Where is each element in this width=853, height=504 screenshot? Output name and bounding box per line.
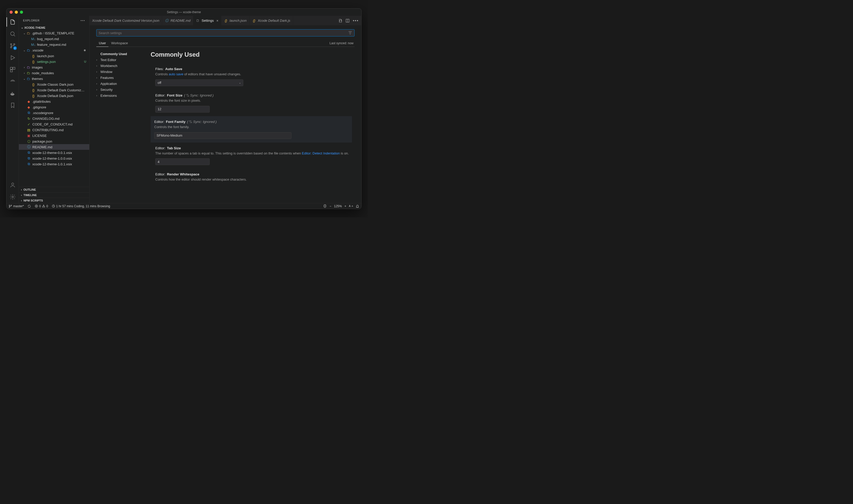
remote-activity[interactable] xyxy=(9,78,16,85)
file-vsix-2[interactable]: ⧉xcode-12-theme-1.0.1.vsix xyxy=(19,161,89,167)
git-icon: ◆ xyxy=(26,100,31,104)
remote-icon xyxy=(10,78,16,85)
file-gitignore[interactable]: ◆.gitignore xyxy=(19,104,89,110)
folder-images[interactable]: ›🗀images xyxy=(19,65,89,70)
vscode-window: Settings — xcode-theme 2 xyxy=(6,8,361,209)
license-icon: ▣ xyxy=(26,133,31,138)
close-tab-button[interactable]: × xyxy=(216,19,218,23)
tab-xcode-custom[interactable]: Xcode Default Dark Customized Version.js… xyxy=(90,16,162,25)
zoom-out-button[interactable]: − xyxy=(330,204,331,208)
copilot-status[interactable] xyxy=(323,204,327,208)
bookmark-icon xyxy=(10,102,16,108)
folder-github[interactable]: ⌄🗀.github / ISSUE_TEMPLATE xyxy=(19,30,89,36)
npm-scripts-section[interactable]: ›NPM SCRIPTS xyxy=(19,198,89,203)
files-icon xyxy=(10,19,16,25)
toc-window[interactable]: ›Window xyxy=(96,69,143,75)
folder-themes[interactable]: ⌄🗀themes xyxy=(19,76,89,82)
toc-text-editor[interactable]: ›Text Editor xyxy=(96,57,143,63)
scm-activity[interactable]: 2 xyxy=(9,42,16,50)
extensions-activity[interactable] xyxy=(9,66,16,73)
file-gitattributes[interactable]: ◆.gitattributes xyxy=(19,98,89,104)
tab-bar: Xcode Default Dark Customized Version.js… xyxy=(90,16,361,25)
scope-workspace[interactable]: Workspace xyxy=(108,40,130,47)
toc-workbench[interactable]: ›Workbench xyxy=(96,63,143,69)
folder-icon: 🗀 xyxy=(26,31,30,35)
close-window-button[interactable] xyxy=(10,11,13,14)
outline-section[interactable]: ›OUTLINE xyxy=(19,187,89,192)
detect-indentation-link[interactable]: Editor: Detect Indentation xyxy=(302,151,340,155)
json-icon: {} xyxy=(31,54,35,58)
file-vsix-0[interactable]: ⧉xcode-12-theme-0.0.1.vsix xyxy=(19,150,89,156)
settings-search[interactable] xyxy=(96,29,355,36)
file-coc[interactable]: ✓CODE_OF_CONDUCT.md xyxy=(19,121,89,127)
toc-commonly-used[interactable]: Commonly Used xyxy=(96,51,143,57)
font-family-input[interactable] xyxy=(154,132,291,139)
timeline-section[interactable]: ›TIMELINE xyxy=(19,192,89,198)
project-header[interactable]: ⌄ XCODE-THEME xyxy=(19,25,89,30)
markdown-icon: M↓ xyxy=(31,42,35,47)
chevron-right-icon: › xyxy=(21,194,22,197)
tab-size-input[interactable] xyxy=(155,158,210,165)
toc-features[interactable]: ›Features xyxy=(96,75,143,81)
bookmarks-activity[interactable] xyxy=(9,102,16,109)
explorer-more-button[interactable]: ••• xyxy=(81,19,85,22)
folder-node-modules[interactable]: ›🗀node_modules xyxy=(19,70,89,76)
search-activity[interactable] xyxy=(9,30,16,37)
problems-status[interactable]: 0 0 xyxy=(35,204,48,208)
file-tree: ⌄🗀.github / ISSUE_TEMPLATE M↓bug_report.… xyxy=(19,30,89,187)
scope-user[interactable]: User xyxy=(96,40,108,47)
info-icon: ⓘ xyxy=(26,145,31,149)
toc-security[interactable]: ›Security xyxy=(96,87,143,93)
zoom-in-button[interactable]: + xyxy=(344,204,346,208)
tab-xcode-default-js[interactable]: {}Xcode Default Dark.js xyxy=(249,16,293,25)
maximize-window-button[interactable] xyxy=(20,11,23,14)
file-contributing[interactable]: ▤CONTRIBUTING.md xyxy=(19,127,89,133)
file-theme-default[interactable]: {}Xcode Default Dark.json xyxy=(19,93,89,98)
open-json-icon[interactable] xyxy=(338,19,342,23)
minimize-window-button[interactable] xyxy=(15,11,18,14)
toc-application[interactable]: ›Application xyxy=(96,81,143,87)
explorer-activity[interactable] xyxy=(9,18,16,25)
tab-launch[interactable]: {}launch.json xyxy=(221,16,249,25)
file-settings-json[interactable]: {}settings.jsonU xyxy=(19,59,89,65)
tab-settings[interactable]: 🗋Settings× xyxy=(193,16,221,25)
auto-save-select[interactable]: off⌄ xyxy=(155,79,243,86)
file-bug-report[interactable]: M↓bug_report.md xyxy=(19,36,89,42)
auto-save-link[interactable]: auto save xyxy=(169,72,183,76)
font-size-input[interactable] xyxy=(155,106,210,112)
file-changelog[interactable]: ↻CHANGELOG.md xyxy=(19,116,89,121)
file-vscodeignore[interactable]: ⧉.vscodeignore xyxy=(19,110,89,116)
notifications-button[interactable] xyxy=(356,204,359,208)
file-license[interactable]: ▣LICENSE xyxy=(19,133,89,139)
file-package-json[interactable]: ⬡package.json xyxy=(19,139,89,144)
filter-icon[interactable] xyxy=(348,31,352,35)
account-activity[interactable] xyxy=(9,181,16,188)
settings-search-input[interactable] xyxy=(99,31,348,35)
split-editor-icon[interactable] xyxy=(345,19,350,23)
chevron-right-icon: › xyxy=(96,82,100,85)
play-icon xyxy=(10,55,16,61)
branch-status[interactable]: master* xyxy=(8,204,24,208)
file-feature-request[interactable]: M↓feature_request.md xyxy=(19,42,89,47)
file-readme[interactable]: ⓘREADME.md xyxy=(19,144,89,150)
json-icon: {} xyxy=(31,59,35,64)
settings-list[interactable]: Commonly Used Files: Auto Save Controls … xyxy=(150,51,355,203)
docker-activity[interactable] xyxy=(9,90,16,97)
run-activity[interactable] xyxy=(9,54,16,61)
file-theme-custom[interactable]: {}Xcode Default Dark Customiz… xyxy=(19,87,89,93)
settings-activity[interactable] xyxy=(9,193,16,200)
folder-vscode[interactable]: ⌄🗀.vscode xyxy=(19,47,89,53)
chevron-right-icon: › xyxy=(96,65,100,67)
text-size-button[interactable]: AA xyxy=(349,205,353,208)
file-vsix-1[interactable]: ⧉xcode-12-theme-1.0.0.vsix xyxy=(19,156,89,161)
tab-readme[interactable]: ⓘREADME.md xyxy=(162,16,193,25)
time-status[interactable]: 1 hr 57 mins Coding, 11 mins Browsing xyxy=(52,204,110,208)
more-actions-button[interactable]: ••• xyxy=(353,18,359,23)
zoom-level[interactable]: 125% xyxy=(334,204,342,208)
sync-status[interactable] xyxy=(28,204,31,208)
json-icon: {} xyxy=(252,19,256,23)
check-icon: ✓ xyxy=(26,122,31,126)
file-launch-json[interactable]: {}launch.json xyxy=(19,53,89,59)
toc-extensions[interactable]: ›Extensions xyxy=(96,93,143,98)
file-theme-classic[interactable]: {}Xcode Classic Dark.json xyxy=(19,82,89,87)
